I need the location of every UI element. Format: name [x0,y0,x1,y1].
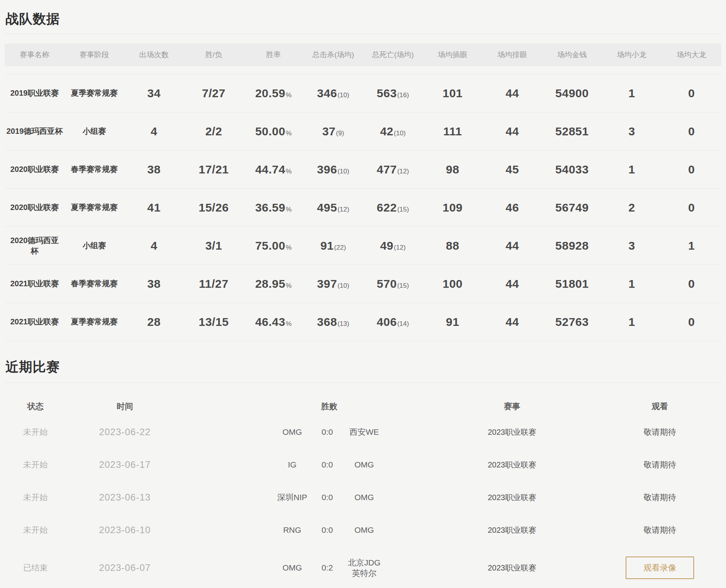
wards-placed-cell: 109 [423,201,483,214]
stats-row: 2020职业联赛 春季赛常规赛 38 17/21 44.74% 396(10) … [5,150,721,188]
match-score: 0:2 [310,563,345,572]
match-date: 2023-06-13 [57,492,193,503]
barons-cell: 0 [662,125,722,138]
match-row: 未开始 2023-06-10 RNG 0:0 OMG 2023职业联赛 敬请期待 [14,514,721,546]
match-row: 未开始 2023-06-17 IG 0:0 OMG 2023职业联赛 敬请期待 [14,448,721,481]
team-stats-section: 战队数据 赛事名称赛事阶段出场次数胜/负胜率总击杀(场均)总死亡(场均)场均插眼… [0,0,726,341]
stats-row: 2019职业联赛 夏季赛常规赛 34 7/27 20.59% 346(10) 5… [5,74,721,112]
dragons-cell: 1 [602,277,662,290]
match-status: 未开始 [14,492,57,503]
match-result: OMG 0:2 北京JDG 英特尔 [193,557,411,579]
deaths-cell: 406(14) [363,315,423,329]
match-event: 2023职业联赛 [411,563,613,573]
match-header-status: 状态 [14,401,57,412]
kills-cell: 396(10) [303,163,363,176]
event-name-cell: 2019德玛西亚杯 [5,126,65,136]
kills-cell: 346(10) [303,87,363,100]
stats-header-cell: 场均小龙 [602,50,662,60]
watch-replay-button[interactable]: 观看录像 [626,556,694,579]
win-loss-cell: 7/27 [184,87,244,100]
match-result: 深圳NIP 0:0 OMG [193,492,411,503]
games-cell: 41 [124,201,184,214]
match-row: 未开始 2023-06-13 深圳NIP 0:0 OMG 2023职业联赛 敬请… [14,481,721,514]
wards-cleared-cell: 45 [482,163,542,176]
dragons-cell: 1 [602,87,662,100]
stats-row: 2020德玛西亚 杯 小组赛 4 3/1 75.00% 91(22) 49(12… [5,226,721,264]
barons-cell: 0 [662,277,722,290]
percent-sign: % [286,282,291,289]
barons-cell: 0 [662,87,722,100]
kills-cell: 37(9) [303,125,363,138]
match-header-watch: 观看 [613,401,707,412]
watch-cell: 敬请期待 [613,427,707,438]
team-right: OMG [345,525,384,535]
win-loss-cell: 2/2 [184,125,244,138]
stage-cell: 夏季赛常规赛 [65,202,125,213]
match-date: 2023-06-22 [57,427,193,438]
match-status: 未开始 [14,427,57,438]
stats-row: 2021职业联赛 春季赛常规赛 38 11/27 28.95% 397(10) … [5,264,721,303]
barons-cell: 1 [662,239,722,252]
stats-header-cell: 赛事阶段 [65,50,125,60]
match-date: 2023-06-17 [57,459,193,470]
stats-header-cell: 场均大龙 [662,50,722,60]
event-name-cell: 2021职业联赛 [5,317,65,327]
wards-cleared-cell: 44 [482,315,542,329]
dragons-cell: 3 [602,125,662,138]
match-date: 2023-06-10 [57,525,193,536]
match-header-time: 时间 [57,401,193,412]
match-header-result: 胜败 [193,401,411,412]
match-event: 2023职业联赛 [411,460,613,470]
barons-cell: 0 [662,315,722,329]
wards-cleared-cell: 44 [482,87,542,100]
stage-cell: 夏季赛常规赛 [65,88,125,98]
games-cell: 34 [124,87,184,100]
win-rate-cell: 44.74% [244,163,303,176]
win-rate-cell: 75.00% [244,239,303,252]
team-left: OMG [275,563,310,572]
match-event: 2023职业联赛 [411,525,613,536]
stats-header-cell: 总死亡(场均) [363,50,423,60]
watch-cell: 敬请期待 [613,492,707,503]
win-loss-cell: 3/1 [184,239,244,252]
match-event: 2023职业联赛 [411,492,613,503]
dragons-cell: 2 [602,201,662,214]
wards-placed-cell: 98 [423,163,483,176]
wards-placed-cell: 91 [423,315,483,329]
stats-row: 2020职业联赛 夏季赛常规赛 41 15/26 36.59% 495(12) … [5,188,721,226]
barons-cell: 0 [662,163,722,176]
win-loss-cell: 15/26 [184,201,244,214]
games-cell: 4 [124,239,184,252]
match-date: 2023-06-07 [57,562,193,573]
watch-cell: 观看录像 [613,556,707,579]
deaths-cell: 570(15) [363,277,423,290]
match-result: RNG 0:0 OMG [193,525,411,535]
wards-placed-cell: 111 [423,125,483,138]
event-name-cell: 2020德玛西亚 杯 [5,235,65,256]
match-row: 已结束 2023-06-07 OMG 0:2 北京JDG 英特尔 2023职业联… [14,546,721,588]
games-cell: 28 [124,315,184,329]
percent-sign: % [286,244,291,251]
stage-cell: 小组赛 [65,126,125,136]
team-stats-title: 战队数据 [0,0,726,28]
kills-cell: 368(13) [303,315,363,329]
match-header-result-label: 胜败 [275,401,384,412]
team-right: 西安WE [345,427,384,437]
team-left: OMG [275,427,310,437]
percent-sign: % [286,206,291,213]
deaths-cell: 42(10) [363,125,423,138]
percent-sign: % [286,320,291,327]
recent-matches-title: 近期比赛 [0,341,726,376]
watch-placeholder: 敬请期待 [644,493,676,502]
stats-header-cell: 总击杀(场均) [303,50,363,60]
wards-cleared-cell: 44 [482,125,542,138]
stats-header-cell: 出场次数 [124,50,184,60]
watch-placeholder: 敬请期待 [644,525,676,534]
wards-cleared-cell: 44 [482,239,542,252]
match-status: 未开始 [14,459,57,470]
wards-cleared-cell: 44 [482,277,542,290]
stats-row: 2021职业联赛 夏季赛常规赛 28 13/15 46.43% 368(13) … [5,303,721,341]
percent-sign: % [286,91,291,99]
match-header-row: 状态 时间 胜败 赛事 观看 [14,397,721,416]
wards-placed-cell: 88 [423,239,483,252]
